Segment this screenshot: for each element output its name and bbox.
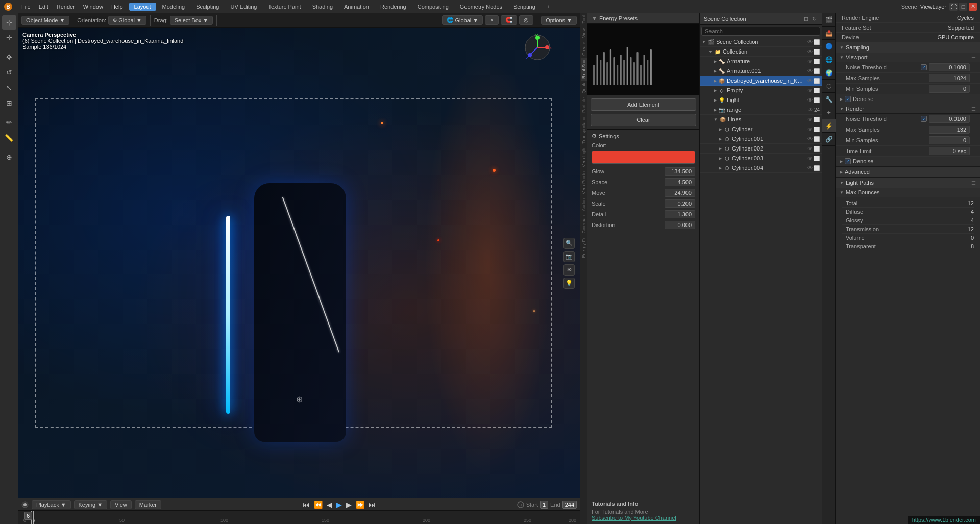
outliner-item-light[interactable]: ▶ 💡 Light 👁 ⬜ (700, 95, 822, 105)
playback-selector[interactable]: Playback ▼ (32, 500, 71, 509)
scale-tool[interactable]: ⤡ (2, 81, 16, 95)
cyl-vis-icon[interactable]: 👁 (807, 127, 813, 132)
workspace-geometry-nodes[interactable]: Geometry Nodes (455, 3, 507, 11)
outliner-item-cylinder-003[interactable]: ▶ ⬡ Cylinder.003 👁 ⬜ (700, 154, 822, 163)
clear-btn[interactable]: Clear (591, 114, 696, 126)
camera-view-btn[interactable]: 📷 (564, 251, 575, 262)
empty-vis-icon[interactable]: 👁 (807, 88, 813, 93)
workspace-sculpting[interactable]: Sculpting (191, 3, 224, 11)
viewport-sub-header[interactable]: ▼ Viewport ☰ (836, 53, 980, 62)
outliner-item-empty[interactable]: ▶ ◇ Empty 👁 ⬜ (700, 86, 822, 95)
diffuse-value[interactable]: 4 (971, 209, 974, 215)
cyl001-excl-icon[interactable]: ⬜ (814, 136, 820, 142)
light-paths-header[interactable]: ▼ Light Paths ☰ (836, 178, 980, 188)
empty-excl-icon[interactable]: ⬜ (814, 88, 820, 93)
props-tab-scene[interactable]: 🌐 (822, 53, 836, 66)
rotate-tool[interactable]: ↺ (2, 65, 16, 80)
props-tab-object[interactable]: ⬡ (822, 80, 836, 93)
proportional-btn[interactable]: ◎ (519, 15, 533, 25)
end-frame-input[interactable]: 244 (562, 501, 577, 509)
color-swatch[interactable] (592, 151, 695, 164)
sampling-header[interactable]: ▼ Sampling (836, 42, 980, 53)
light-paths-menu-icon[interactable]: ☰ (971, 180, 976, 186)
zoom-btn[interactable]: 🔍 (564, 238, 575, 249)
add-tool[interactable]: ⊕ (2, 150, 16, 164)
ware-excl-icon[interactable]: ⬜ (814, 78, 820, 84)
object-mode-selector[interactable]: Object Mode ▼ (21, 16, 69, 25)
annotate-tool[interactable]: ✏ (2, 115, 16, 130)
viewport-shading-btn[interactable]: 💡 (564, 278, 575, 289)
workspace-texture-paint[interactable]: Texture Paint (263, 3, 306, 11)
exclude-icon[interactable]: ⬜ (814, 39, 820, 45)
pivot-btn[interactable]: ⚬ (485, 15, 499, 25)
cyl003-vis-icon[interactable]: 👁 (807, 156, 813, 161)
outliner-item-range[interactable]: ▶ 📷 range 👁 24 (700, 105, 822, 115)
render-sub-header[interactable]: ▼ Render ☰ (836, 104, 980, 114)
render-overlay-btn[interactable]: 👁 (564, 264, 575, 276)
orientation-selector[interactable]: ⊕ Global ▼ (108, 16, 146, 25)
workspace-uv-editing[interactable]: UV Editing (225, 3, 262, 11)
outliner-item-armature[interactable]: ▶ 🦴 Armature 👁 ⬜ (700, 57, 822, 66)
scale-value[interactable]: 0.200 (665, 199, 695, 208)
outliner-filter-btn[interactable]: ⊟ (802, 15, 810, 22)
props-tab-world[interactable]: 🌍 (822, 66, 836, 80)
render-menu-icon[interactable]: ☰ (971, 106, 976, 112)
arm001-excl-icon[interactable]: ⬜ (814, 68, 820, 74)
cyl002-vis-icon[interactable]: 👁 (807, 146, 813, 152)
props-tab-particles[interactable]: ✦ (822, 106, 836, 119)
detail-value[interactable]: 1.300 (665, 210, 695, 218)
coll-vis-icon[interactable]: 👁 (807, 49, 813, 55)
transparent-value[interactable]: 8 (971, 243, 974, 249)
vp-denoise-header[interactable]: ▶ ✓ Denoise (836, 94, 980, 104)
vp-noise-threshold-value[interactable]: 0.1000 (929, 63, 970, 71)
arm001-vis-icon[interactable]: 👁 (807, 68, 813, 74)
volume-value[interactable]: 0 (971, 235, 974, 241)
cyl003-excl-icon[interactable]: ⬜ (814, 156, 820, 161)
prev-keyframe-btn[interactable]: ⏪ (313, 500, 324, 510)
workspace-modeling[interactable]: Modeling (157, 3, 190, 11)
global-selector[interactable]: 🌐Global▼ (442, 15, 483, 25)
cyl004-excl-icon[interactable]: ⬜ (814, 165, 820, 171)
menu-help[interactable]: Help (107, 3, 127, 11)
side-cinemati[interactable]: Cinemati (581, 213, 587, 236)
side-energy-fr[interactable]: Energy Fr (581, 236, 587, 260)
outliner-item-armature-001[interactable]: ▶ 🦴 Armature.001 👁 ⬜ (700, 66, 822, 76)
render-min-samples-value[interactable]: 0 (929, 136, 970, 144)
outliner-item-cylinder-004[interactable]: ▶ ⬡ Cylinder.004 👁 ⬜ (700, 163, 822, 173)
add-element-btn[interactable]: Add Element (591, 98, 696, 111)
props-tab-view-layer[interactable]: 🔵 (822, 40, 836, 53)
view-selector[interactable]: View (110, 500, 132, 509)
cyl-excl-icon[interactable]: ⬜ (814, 127, 820, 132)
side-create[interactable]: Create (581, 40, 587, 58)
vp-max-samples-value[interactable]: 1024 (929, 74, 970, 82)
measure-tool[interactable]: 📏 (2, 131, 16, 145)
workspace-shading[interactable]: Shading (307, 3, 338, 11)
light-excl-icon[interactable]: ⬜ (814, 97, 820, 103)
move-tool[interactable]: ✥ (2, 50, 16, 64)
lines-vis-icon[interactable]: 👁 (807, 117, 813, 122)
outliner-item-scene-collection[interactable]: ▼ 🎬 Scene Collection 👁 ⬜ (700, 37, 822, 47)
total-value[interactable]: 12 (968, 200, 974, 206)
start-frame-input[interactable]: 1 (540, 501, 548, 509)
jump-start-btn[interactable]: ⏮ (302, 500, 311, 510)
glossy-value[interactable]: 4 (971, 217, 974, 223)
current-frame-display[interactable]: 6 (24, 512, 32, 520)
advanced-header[interactable]: ▶ Advanced (836, 167, 980, 177)
side-transportation[interactable]: Transportatio (581, 115, 587, 146)
outliner-item-cylinder-001[interactable]: ▶ ⬡ Cylinder.001 👁 ⬜ (700, 134, 822, 144)
viewport-menu-icon[interactable]: ☰ (971, 55, 976, 60)
render-max-samples-value[interactable]: 132 (929, 126, 970, 134)
menu-file[interactable]: File (17, 3, 35, 11)
transform-tool[interactable]: ⊞ (2, 96, 16, 110)
side-view[interactable]: View (581, 26, 587, 40)
side-tool[interactable]: Tool (581, 13, 587, 26)
window-close-btn[interactable]: ✕ (969, 3, 977, 11)
tutorials-subscribe-link[interactable]: Subscribe to My Youtube Channel (592, 515, 695, 521)
render-time-limit-value[interactable]: 0 sec (929, 147, 970, 155)
workspace-layout[interactable]: Layout (129, 3, 156, 11)
options-btn[interactable]: Options ▼ (541, 16, 577, 25)
vp-min-samples-value[interactable]: 0 (929, 85, 970, 93)
props-tab-physics[interactable]: ⚡ (822, 119, 836, 133)
menu-edit[interactable]: Edit (35, 3, 53, 11)
snap-btn[interactable]: 🧲 (501, 15, 517, 25)
